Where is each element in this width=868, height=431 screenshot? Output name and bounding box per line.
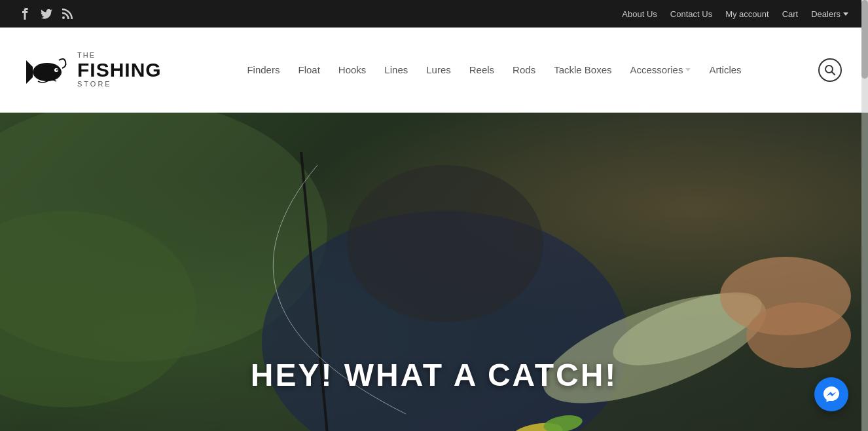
about-us-link[interactable]: About Us [622, 9, 657, 19]
nav-articles[interactable]: Articles [709, 64, 741, 75]
svg-marker-2 [26, 60, 33, 84]
contact-us-link[interactable]: Contact Us [670, 9, 712, 19]
nav-finders[interactable]: Finders [247, 64, 280, 75]
nav-accessories[interactable]: Accessories [630, 64, 691, 75]
site-header: THE FISHING STORE Finders Float Hooks Li… [0, 28, 868, 113]
top-bar: About Us Contact Us My account Cart Deal… [0, 0, 868, 28]
twitter-icon[interactable] [41, 8, 52, 20]
search-icon [825, 65, 835, 75]
nav-float[interactable]: Float [298, 64, 319, 75]
nav-rods[interactable]: Rods [513, 64, 535, 75]
svg-point-18 [746, 303, 851, 368]
main-navigation: Finders Float Hooks Lines Lures Reels Ro… [170, 64, 818, 75]
hero-headline: HEY! WHAT A CATCH! [251, 357, 618, 393]
dealers-chevron-icon [843, 12, 848, 16]
my-account-link[interactable]: My account [725, 9, 769, 19]
logo-text: THE FISHING STORE [77, 51, 162, 88]
messenger-icon [823, 386, 840, 403]
svg-point-1 [33, 63, 62, 81]
svg-point-11 [347, 165, 543, 322]
svg-point-4 [56, 69, 58, 70]
search-button[interactable] [818, 58, 842, 82]
facebook-icon[interactable] [20, 8, 31, 20]
logo-fish-icon [26, 47, 72, 93]
site-logo[interactable]: THE FISHING STORE [26, 47, 170, 93]
dealers-link[interactable]: Dealers [811, 9, 848, 19]
svg-line-6 [832, 71, 835, 75]
top-nav-links: About Us Contact Us My account Cart Deal… [622, 9, 848, 19]
social-links [20, 8, 73, 20]
hero-section: HEY! WHAT A CATCH! [0, 113, 868, 431]
nav-reels[interactable]: Reels [469, 64, 494, 75]
nav-lures[interactable]: Lures [426, 64, 451, 75]
svg-point-0 [62, 16, 65, 19]
nav-hooks[interactable]: Hooks [338, 64, 367, 75]
nav-lines[interactable]: Lines [384, 64, 408, 75]
messenger-button[interactable] [814, 377, 848, 411]
accessories-chevron-icon [685, 68, 691, 71]
cart-link[interactable]: Cart [782, 9, 799, 19]
scrollbar-thumb[interactable] [861, 0, 868, 79]
rss-icon[interactable] [62, 8, 73, 20]
nav-tackle-boxes[interactable]: Tackle Boxes [554, 64, 611, 75]
